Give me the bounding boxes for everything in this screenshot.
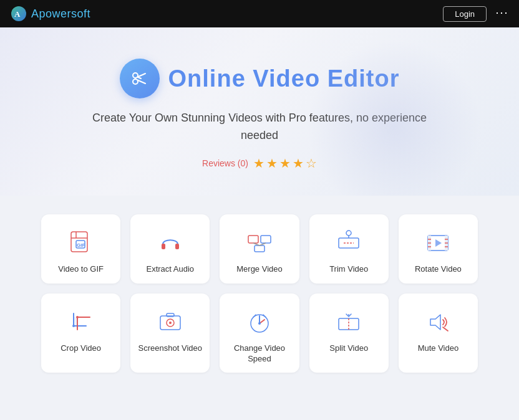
- tools-section: GIF Video to GIF Extract Audio: [0, 196, 519, 398]
- tool-label-audio: Extract Audio: [146, 264, 194, 275]
- star-5: ☆: [306, 156, 317, 171]
- merge-icon: [245, 228, 274, 258]
- speed-icon: [245, 307, 274, 337]
- tool-label-trim: Trim Video: [329, 264, 368, 275]
- logo: A Apowersoft: [10, 5, 90, 22]
- tool-rotate-video[interactable]: Rotate Video: [399, 214, 478, 284]
- reviews-label: Reviews (0): [202, 158, 248, 168]
- svg-rect-16: [261, 236, 271, 243]
- logo-text: Apowersoft: [31, 7, 90, 21]
- menu-icon[interactable]: ⋮: [495, 7, 510, 21]
- tool-label-mute: Mute Video: [418, 343, 459, 354]
- tool-label-gif: Video to GIF: [58, 264, 104, 275]
- tools-grid: GIF Video to GIF Extract Audio: [41, 214, 478, 373]
- tool-mute-video[interactable]: Mute Video: [399, 294, 478, 373]
- film-icon: [423, 228, 453, 258]
- tool-crop-video[interactable]: Crop Video: [41, 294, 120, 373]
- svg-line-5: [137, 74, 145, 77]
- svg-line-6: [137, 80, 145, 84]
- star-4: ★: [293, 156, 304, 171]
- svg-rect-44: [167, 313, 174, 317]
- login-button[interactable]: Login: [443, 6, 487, 22]
- tool-screenshot-video[interactable]: Screenshot Video: [130, 294, 210, 373]
- tool-trim-video[interactable]: Trim Video: [309, 214, 389, 284]
- tool-merge-video[interactable]: Merge Video: [220, 214, 299, 284]
- svg-rect-14: [175, 244, 179, 249]
- hero-brand: Online Video Editor: [12, 59, 507, 98]
- hero-title: Online Video Editor: [168, 65, 400, 92]
- crop-icon: [66, 307, 96, 337]
- star-2: ★: [266, 156, 278, 171]
- svg-rect-17: [255, 246, 264, 252]
- app-header: A Apowersoft Login ⋮: [0, 0, 519, 27]
- headphone-icon: [155, 228, 185, 258]
- svg-point-46: [258, 322, 261, 325]
- hero-logo-circle: [120, 59, 160, 98]
- tool-split-video[interactable]: Split Video: [309, 294, 389, 373]
- tool-change-speed[interactable]: Change Video Speed: [220, 294, 299, 373]
- tool-label-speed: Change Video Speed: [226, 343, 293, 365]
- svg-point-43: [169, 322, 172, 324]
- star-3: ★: [279, 156, 291, 171]
- split-icon: [334, 307, 364, 337]
- reviews-row: Reviews (0) ★ ★ ★ ★ ☆: [12, 156, 507, 171]
- screenshot-icon: [155, 307, 185, 337]
- tool-label-split: Split Video: [329, 343, 368, 354]
- svg-rect-13: [162, 244, 165, 249]
- tool-label-crop: Crop Video: [61, 343, 101, 354]
- tool-label-rotate: Rotate Video: [415, 264, 462, 275]
- logo-icon: A: [10, 5, 27, 22]
- svg-marker-50: [430, 315, 440, 330]
- star-1: ★: [253, 156, 264, 171]
- mute-icon: [423, 307, 453, 337]
- tool-label-merge: Merge Video: [236, 264, 282, 275]
- svg-text:GIF: GIF: [77, 242, 85, 248]
- svg-rect-38: [74, 317, 77, 326]
- star-rating: ★ ★ ★ ★ ☆: [253, 156, 317, 171]
- svg-text:A: A: [14, 9, 21, 19]
- header-actions: Login ⋮: [443, 6, 509, 22]
- svg-point-21: [346, 231, 351, 236]
- hero-section: Online Video Editor Create Your Own Stun…: [0, 27, 519, 196]
- svg-line-7: [137, 77, 141, 79]
- scissors-icon: [129, 67, 151, 90]
- gif-icon: GIF: [66, 228, 96, 258]
- svg-point-40: [76, 316, 79, 318]
- trim-icon: [334, 228, 364, 258]
- svg-rect-15: [248, 236, 258, 243]
- svg-line-51: [443, 327, 448, 331]
- tool-extract-audio[interactable]: Extract Audio: [130, 214, 210, 284]
- tool-video-to-gif[interactable]: GIF Video to GIF: [41, 214, 120, 284]
- svg-marker-33: [435, 239, 442, 247]
- hero-subtitle: Create Your Own Stunning Videos with Pro…: [85, 110, 434, 145]
- svg-point-39: [72, 325, 75, 327]
- tool-label-screenshot: Screenshot Video: [138, 343, 202, 354]
